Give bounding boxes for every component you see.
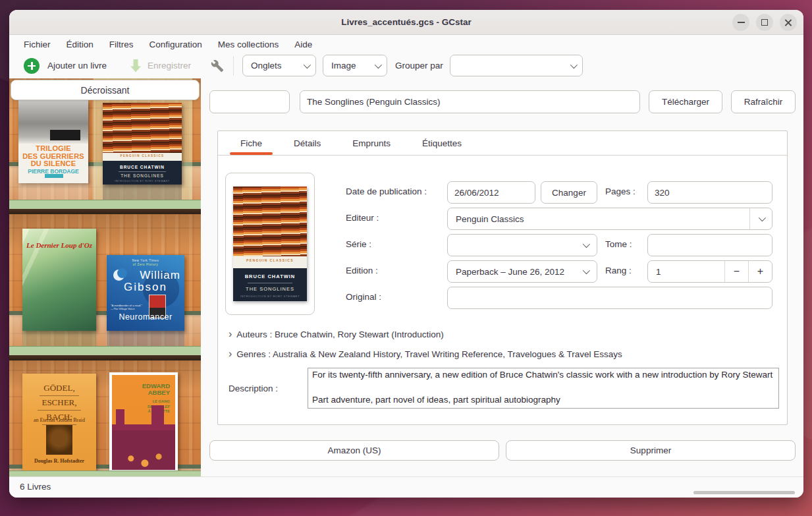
tome-input[interactable] bbox=[647, 234, 772, 256]
book-subtitle: an Eternal Golden Braid bbox=[22, 417, 96, 423]
change-date-button[interactable]: Changer bbox=[541, 181, 597, 204]
filter-input[interactable] bbox=[209, 90, 290, 113]
cover-divider bbox=[119, 171, 166, 172]
add-book-label: Ajouter un livre bbox=[47, 61, 107, 71]
series-combobox[interactable] bbox=[447, 234, 597, 256]
menu-configuration[interactable]: Configuration bbox=[149, 40, 202, 49]
book-item-songlines[interactable]: PENGUIN CLASSICS BRUCE CHATWIN THE SONGL… bbox=[103, 103, 182, 185]
book-item-trilogie[interactable]: TRILOGIE DES GUERRIERS DU SILENCE PIERRE… bbox=[18, 100, 88, 183]
rank-decrement-button[interactable]: − bbox=[724, 261, 748, 282]
cover-quote: "A mindbender of a read." —The Village V… bbox=[111, 304, 145, 310]
cover-badge bbox=[50, 130, 80, 140]
download-label: Télécharger bbox=[662, 97, 709, 107]
maximize-icon bbox=[761, 19, 768, 26]
cover-title: THE SONGLINES bbox=[233, 286, 307, 292]
book-title: Neuromancer bbox=[107, 312, 184, 322]
gcstar-window: Livres_accentués.gcs - GCstar Fichier Éd… bbox=[9, 10, 803, 498]
cover-footer-band bbox=[45, 174, 63, 178]
tab-fiche[interactable]: Fiche bbox=[225, 131, 278, 155]
book-title: THE SONGLINES bbox=[103, 173, 182, 178]
maximize-button[interactable] bbox=[756, 14, 773, 31]
tab-etiquettes[interactable]: Étiquettes bbox=[406, 131, 477, 155]
chevron-down-icon[interactable] bbox=[749, 208, 772, 229]
close-button[interactable] bbox=[780, 14, 797, 31]
book-author-line: ABBEY bbox=[142, 389, 170, 396]
menubar: Fichier Édition Filtres Configuration Me… bbox=[9, 36, 803, 53]
amazon-source-button[interactable]: Amazon (US) bbox=[209, 440, 499, 461]
cover-divider bbox=[248, 283, 292, 283]
edition-value: Paperback – June 26, 2012 bbox=[448, 267, 574, 277]
tab-details[interactable]: Détails bbox=[278, 131, 337, 155]
book-item-loup-oz[interactable]: Le Dernier Loup d'Oz bbox=[22, 229, 96, 331]
add-icon bbox=[24, 58, 40, 74]
save-icon bbox=[130, 59, 141, 72]
toolbar: Ajouter un livre Enregistrer Onglets Ima… bbox=[9, 53, 803, 78]
shelf-green-strip bbox=[9, 346, 201, 355]
chevron-down-icon bbox=[375, 61, 382, 68]
menu-filtres[interactable]: Filtres bbox=[109, 40, 134, 49]
publisher-combobox[interactable]: Penguin Classics bbox=[447, 208, 772, 230]
book-form-panel: Fiche Détails Emprunts Étiquettes PENGUI… bbox=[217, 130, 788, 425]
delete-button[interactable]: Supprimer bbox=[506, 440, 796, 461]
edition-combobox[interactable]: Paperback – June 26, 2012 bbox=[447, 260, 597, 283]
group-by-select[interactable] bbox=[450, 55, 583, 76]
book-item-neuromancer[interactable]: New York Times of Zero History William G… bbox=[107, 255, 184, 331]
menu-mes-collections[interactable]: Mes collections bbox=[218, 40, 279, 49]
cover-band-text: PENGUIN CLASSICS bbox=[233, 258, 307, 262]
cover-thumbnail-frame[interactable]: PENGUIN CLASSICS BRUCE CHATWIN THE SONGL… bbox=[225, 173, 315, 315]
genres-expander[interactable]: › Genres : Australia & New Zealand Histo… bbox=[229, 349, 622, 359]
title-input[interactable] bbox=[300, 90, 640, 113]
shelf-dark-strip bbox=[9, 209, 201, 214]
rank-spinner: 1 − + bbox=[647, 260, 772, 283]
cover-intro-text: INTRODUCTION BY RORY STEWART bbox=[233, 295, 307, 298]
tab-label: Étiquettes bbox=[422, 138, 462, 148]
titlebar[interactable]: Livres_accentués.gcs - GCstar bbox=[9, 10, 803, 35]
book-count: 6 Livres bbox=[20, 482, 51, 492]
sort-order-dropdown[interactable]: Décroissant bbox=[11, 80, 200, 100]
cover-band-text: PENGUIN CLASSICS bbox=[103, 154, 182, 158]
cover-header-text: New York Times bbox=[107, 259, 184, 262]
horizontal-scrollbar[interactable] bbox=[693, 491, 795, 494]
minimize-button[interactable] bbox=[732, 14, 749, 31]
amazon-label: Amazon (US) bbox=[327, 445, 381, 455]
refresh-button[interactable]: Rafraîchir bbox=[731, 90, 796, 113]
chevron-down-icon[interactable] bbox=[574, 235, 597, 256]
chevron-down-icon[interactable] bbox=[574, 261, 597, 282]
book-title-line: TRILOGIE bbox=[18, 145, 88, 153]
book-item-geb[interactable]: GÖDEL, ESCHER, BACH: an Eternal Golden B… bbox=[22, 374, 96, 473]
minimize-icon bbox=[738, 22, 745, 23]
cover-intro-text: INTRODUCTION BY RORY STEWART bbox=[103, 180, 182, 183]
rank-label: Rang : bbox=[605, 266, 632, 275]
date-input[interactable] bbox=[447, 181, 535, 204]
menu-fichier[interactable]: Fichier bbox=[24, 40, 51, 49]
close-icon bbox=[784, 18, 792, 26]
view-mode-select[interactable]: Onglets bbox=[242, 55, 316, 76]
date-label: Date de publication : bbox=[346, 186, 427, 196]
original-input[interactable] bbox=[447, 287, 772, 309]
authors-expander[interactable]: › Auteurs : Bruce Chatwin, Rory Stewart … bbox=[229, 329, 444, 339]
book-item-gang-clef[interactable]: EDWARD ABBEY LE GANG DE LA CLEF À MOLETT… bbox=[109, 372, 178, 473]
book-author: Douglas R. Hofstadter bbox=[22, 458, 96, 464]
tab-emprunts[interactable]: Emprunts bbox=[337, 131, 406, 155]
cover-header-text: of Zero History bbox=[107, 263, 184, 266]
wrench-icon[interactable] bbox=[211, 59, 224, 72]
genres-text: Genres : Australia & New Zealand History… bbox=[236, 349, 622, 359]
statusbar: 6 Livres bbox=[9, 476, 803, 498]
save-button[interactable]: Enregistrer bbox=[130, 59, 191, 72]
description-textarea[interactable]: For its twenty-fifth anniversary, a new … bbox=[308, 368, 779, 409]
image-mode-value: Image bbox=[331, 61, 356, 71]
image-mode-select[interactable]: Image bbox=[323, 55, 387, 76]
group-by-label: Grouper par bbox=[395, 61, 443, 71]
rank-increment-button[interactable]: + bbox=[748, 261, 772, 282]
toolbar-separator bbox=[233, 56, 234, 76]
tab-label: Détails bbox=[294, 138, 321, 148]
shelf-dark-strip bbox=[9, 355, 201, 360]
download-button[interactable]: Télécharger bbox=[649, 90, 722, 113]
refresh-label: Rafraîchir bbox=[744, 97, 783, 107]
menu-edition[interactable]: Édition bbox=[67, 40, 94, 49]
menu-aide[interactable]: Aide bbox=[294, 40, 312, 49]
rank-value[interactable]: 1 bbox=[648, 261, 724, 282]
description-label: Description : bbox=[229, 384, 278, 393]
pages-input[interactable] bbox=[647, 181, 772, 204]
add-book-button[interactable]: Ajouter un livre bbox=[24, 58, 107, 74]
